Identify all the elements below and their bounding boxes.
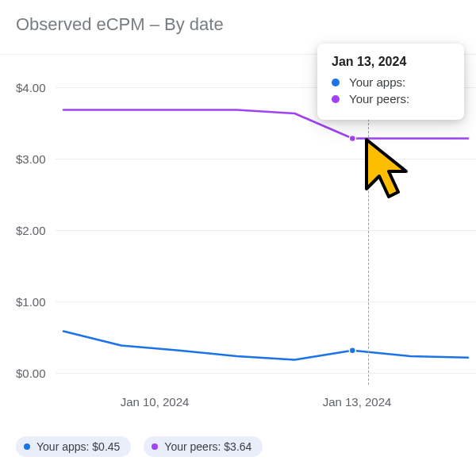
- y-tick-label: $4.00: [16, 81, 46, 94]
- dot-icon: [332, 79, 340, 86]
- y-tick-label: $2.00: [16, 224, 46, 237]
- tooltip-row-your-peers: Your peers:: [332, 92, 439, 106]
- tooltip-label: Your peers:: [349, 92, 409, 106]
- legend-pill-your-apps[interactable]: Your apps: $0.45: [16, 436, 131, 457]
- x-tick-label: Jan 13, 2024: [323, 395, 392, 409]
- dot-icon: [152, 443, 158, 450]
- tooltip-label: Your apps:: [349, 75, 405, 89]
- dot-icon: [332, 95, 340, 103]
- y-tick-label: $3.00: [16, 152, 46, 166]
- legend: Your apps: $0.45 Your peers: $3.64: [16, 436, 263, 457]
- chart-tooltip: Jan 13, 2024 Your apps: Your peers:: [317, 44, 464, 120]
- x-tick-label: Jan 10, 2024: [121, 395, 190, 409]
- svg-point-1: [349, 136, 355, 142]
- y-tick-label: $1.00: [16, 295, 46, 309]
- tooltip-date: Jan 13, 2024: [332, 55, 439, 69]
- legend-pill-your-peers[interactable]: Your peers: $3.64: [144, 436, 263, 457]
- legend-label: Your peers: $3.64: [164, 440, 251, 453]
- legend-label: Your apps: $0.45: [36, 440, 120, 453]
- y-tick-label: $0.00: [16, 367, 46, 380]
- dot-icon: [24, 443, 30, 450]
- svg-point-0: [349, 347, 355, 354]
- hover-guideline: [368, 111, 369, 385]
- tooltip-row-your-apps: Your apps:: [332, 75, 439, 89]
